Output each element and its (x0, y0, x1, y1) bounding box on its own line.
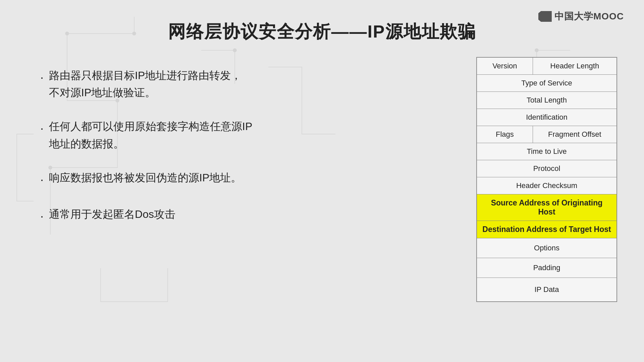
bullet-item-2: · 任何人都可以使用原始套接字构造任意源IP地址的数据报。 (40, 118, 315, 152)
bullet-text-1: 路由器只根据目标IP地址进行路由转发，不对源IP地址做验证。 (49, 67, 241, 101)
table-row-total-length: Total Length (477, 92, 617, 109)
logo: 中国大学MOOC (538, 10, 624, 23)
bullet-item-1: · 路由器只根据目标IP地址进行路由转发，不对源IP地址做验证。 (40, 67, 315, 101)
cell-padding: Padding (477, 258, 617, 278)
table-row-dest-addr: Destination Address of Target Host (477, 221, 617, 238)
bullet-text-2: 任何人都可以使用原始套接字构造任意源IP地址的数据报。 (49, 118, 252, 152)
svg-point-5 (535, 49, 538, 52)
table-row-padding: Padding (477, 258, 617, 278)
bullet-dot-1: · (40, 68, 44, 87)
table-row-ttl: Time to Live (477, 143, 617, 160)
svg-point-4 (233, 49, 236, 52)
cell-dest-address: Destination Address of Target Host (477, 221, 617, 238)
left-content: · 路由器只根据目标IP地址进行路由转发，不对源IP地址做验证。 · 任何人都可… (40, 67, 315, 243)
bullet-item-3: · 响应数据报也将被发回伪造的源IP地址。 (40, 169, 315, 189)
table-row-checksum: Header Checksum (477, 177, 617, 194)
table-row-identification: Identification (477, 109, 617, 126)
table-row-protocol: Protocol (477, 160, 617, 177)
cell-flags: Flags (477, 126, 533, 143)
cell-total-length: Total Length (477, 92, 617, 109)
cell-tos: Type of Service (477, 75, 617, 92)
page-title: 网络层协议安全分析——IP源地址欺骗 (0, 20, 644, 44)
cell-fragment-offset: Fragment Offset (533, 126, 617, 143)
cell-source-address: Source Address of Originating Host (477, 194, 617, 221)
bullet-text-4: 通常用于发起匿名Dos攻击 (49, 206, 175, 223)
cell-protocol: Protocol (477, 160, 617, 177)
bullet-text-3: 响应数据报也将被发回伪造的源IP地址。 (49, 169, 241, 186)
bullet-dot-2: · (40, 119, 44, 138)
bullet-dot-3: · (40, 170, 44, 189)
logo-icon (538, 11, 552, 22)
cell-ipdata: IP Data (477, 278, 617, 302)
cell-checksum: Header Checksum (477, 177, 617, 194)
table-row-tos: Type of Service (477, 75, 617, 92)
table-row-flags: Flags Fragment Offset (477, 126, 617, 143)
cell-options: Options (477, 238, 617, 258)
bullet-dot-4: · (40, 206, 44, 226)
logo-text: 中国大学MOOC (554, 10, 624, 23)
cell-identification: Identification (477, 109, 617, 126)
table-row-options: Options (477, 238, 617, 258)
table-row-version: Version Header Length (477, 57, 617, 75)
ip-header-table: Version Header Length Type of Service To… (476, 57, 617, 302)
cell-version: Version (477, 57, 533, 75)
table-row-source-addr: Source Address of Originating Host (477, 194, 617, 221)
bullet-item-4: · 通常用于发起匿名Dos攻击 (40, 206, 315, 226)
table-row-ipdata: IP Data (477, 278, 617, 302)
cell-header-length: Header Length (533, 57, 617, 75)
cell-ttl: Time to Live (477, 143, 617, 160)
